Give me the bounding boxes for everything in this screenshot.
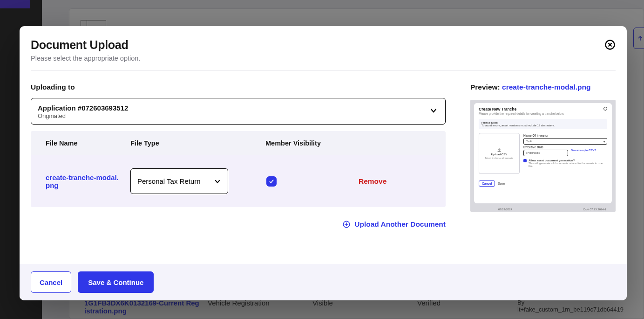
preview-image: Create New Tranche Please provide the re… — [470, 100, 616, 212]
destination-title: Application #072603693512 — [38, 104, 422, 112]
preview-column: Preview: create-tranche-modal.png Create… — [457, 83, 616, 264]
chevron-down-icon — [214, 178, 221, 185]
preview-dropzone: Upload CSV Must include all assets — [479, 133, 520, 174]
save-continue-button[interactable]: Save & Continue — [78, 271, 154, 293]
uploads-table: File Name File Type Member Visibility cr… — [31, 131, 446, 207]
document-upload-modal: Document Upload Please select the approp… — [20, 26, 627, 300]
preview-example-link: See example CSV? — [571, 149, 596, 152]
preview-modal-title: Create New Tranche — [479, 107, 607, 111]
preview-upload-sub: Must include all assets — [485, 157, 513, 160]
preview-investor-label: Name Of Investor — [523, 134, 607, 137]
file-type-value: Personal Tax Return — [137, 177, 201, 185]
upload-form-column: Uploading to Application #072603693512 O… — [31, 83, 457, 264]
preview-date-input: 07/23/2024 — [523, 150, 568, 156]
preview-label: Preview: create-tranche-modal.png — [470, 83, 616, 91]
table-row: create-tranche-modal.png Personal Tax Re… — [31, 155, 446, 207]
modal-header: Document Upload Please select the approp… — [20, 26, 627, 70]
chevron-down-icon — [429, 106, 438, 117]
preview-cancel-button: Cancel — [479, 180, 495, 187]
preview-strip-left: 07/23/2024 — [498, 208, 512, 211]
file-type-select[interactable]: Personal Tax Return — [130, 168, 228, 194]
col-file-type: File Type — [130, 139, 265, 147]
upload-icon — [497, 147, 502, 152]
preview-file-name: create-tranche-modal.png — [502, 83, 590, 91]
modal-subtitle: Please select the appropriate option. — [31, 55, 613, 62]
table-header: File Name File Type Member Visibility — [31, 131, 446, 155]
close-icon — [604, 39, 616, 50]
preview-prefix: Preview: — [470, 83, 502, 91]
preview-strip-right: Croft 07.23.2024-1 — [583, 208, 606, 211]
preview-upload-label: Upload CSV — [491, 153, 507, 156]
preview-allow-sub: This will generate all documents related… — [529, 162, 607, 167]
modal-footer: Cancel Save & Continue — [20, 264, 627, 300]
remove-button[interactable]: Remove — [359, 177, 386, 185]
col-member-visibility: Member Visibility — [265, 139, 359, 147]
member-visibility-checkbox[interactable] — [266, 176, 277, 187]
upload-another-button[interactable]: Upload Another Document — [31, 220, 446, 229]
preview-allow-checkbox — [523, 159, 527, 162]
col-file-name: File Name — [46, 139, 130, 147]
preview-date-label: Effective Date — [523, 146, 607, 149]
plus-circle-icon — [342, 220, 351, 229]
row-file-name-link[interactable]: create-tranche-modal.png — [46, 173, 130, 189]
close-button[interactable] — [604, 39, 616, 50]
preview-save-button: Save — [498, 182, 505, 185]
destination-select[interactable]: Application #072603693512 Originated — [31, 98, 446, 125]
uploading-to-label: Uploading to — [31, 83, 446, 91]
destination-subtext: Originated — [38, 112, 422, 119]
check-icon — [268, 178, 275, 185]
preview-investor-input: Croft▾ — [523, 138, 607, 145]
modal-title: Document Upload — [31, 38, 613, 52]
upload-another-label: Upload Another Document — [354, 220, 446, 229]
preview-modal-subtitle: Please provide the required details for … — [479, 112, 607, 115]
preview-close-icon — [603, 107, 607, 111]
preview-note-body: To avoid errors, asset numbers must incl… — [481, 124, 604, 127]
cancel-button[interactable]: Cancel — [31, 271, 71, 293]
